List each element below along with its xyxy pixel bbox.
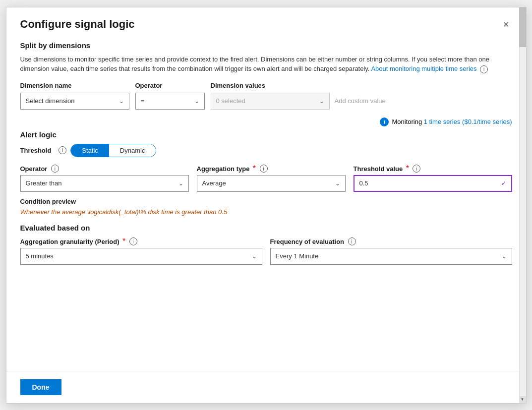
threshold-value-dropdown[interactable]: 0.5 ✓: [354, 175, 512, 192]
dialog-header: Configure signal logic ×: [6, 7, 526, 39]
scrollbar-thumb[interactable]: [519, 7, 526, 47]
aggregation-type-field-label: Aggregation type: [197, 165, 250, 173]
frequency-label-row: Frequency of evaluation i: [270, 237, 512, 246]
monitoring-multiple-series-link[interactable]: About monitoring multiple time series: [371, 65, 476, 72]
dimension-values-chevron: ⌄: [319, 98, 324, 105]
dimension-values-group: 0 selected ⌄ Add custom value: [211, 93, 391, 110]
threshold-value-field-label: Threshold value: [354, 165, 403, 173]
operator-field-label: Operator: [20, 165, 48, 173]
threshold-info-icon[interactable]: i: [59, 146, 66, 154]
configure-signal-logic-dialog: ▲ ▼ Configure signal logic × Split by di…: [6, 7, 527, 404]
static-toggle-button[interactable]: Static: [71, 144, 109, 157]
alert-logic-fields-row: Operator i Greater than ⌄ Aggregation ty…: [20, 164, 512, 192]
aggregation-type-info-icon[interactable]: i: [260, 165, 268, 173]
aggregation-granularity-label-row: Aggregation granularity (Period) * i: [20, 237, 262, 246]
condition-preview-text: Whenever the average \logicaldisk(_total…: [20, 208, 512, 216]
aggregation-type-value: Average: [202, 179, 226, 187]
operator-field-group: Operator i Greater than ⌄: [20, 164, 189, 192]
add-custom-value-button[interactable]: Add custom value: [330, 94, 391, 108]
dialog-title: Configure signal logic: [20, 18, 135, 31]
threshold-value-field-group: Threshold value * i 0.5 ✓: [354, 164, 512, 192]
dynamic-toggle-button[interactable]: Dynamic: [109, 144, 156, 157]
monitoring-info-row: i Monitoring 1 time series ($0.1/time se…: [20, 117, 512, 126]
frequency-value: Every 1 Minute: [276, 252, 319, 260]
aggregation-type-label-row: Aggregation type * i: [197, 164, 346, 173]
threshold-value-required: *: [406, 164, 409, 173]
condition-preview-section: Condition preview Whenever the average \…: [20, 198, 512, 216]
aggregation-granularity-label: Aggregation granularity (Period): [20, 238, 119, 245]
aggregation-granularity-value: 5 minutes: [26, 252, 54, 260]
operator-col-label: Operator: [135, 82, 163, 89]
scrollbar-track[interactable]: ▲ ▼: [519, 7, 526, 403]
threshold-value-input: 0.5: [359, 179, 368, 187]
dimension-input-row: Select dimension ⌄ = ⌄ 0 selected ⌄ Add: [20, 93, 512, 110]
evaluated-based-on-title: Evaluated based on: [20, 224, 512, 232]
threshold-toggle-group: Static Dynamic: [70, 144, 156, 157]
done-button[interactable]: Done: [20, 379, 61, 395]
operator-value: =: [141, 97, 145, 105]
dimension-name-col-label: Dimension name: [20, 82, 72, 89]
threshold-value-check: ✓: [501, 180, 506, 187]
dimension-columns-header: Dimension name Operator Dimension values: [20, 81, 512, 90]
frequency-dropdown[interactable]: Every 1 Minute ⌄: [270, 248, 512, 265]
info-icon-dimensions[interactable]: i: [480, 65, 488, 73]
aggregation-granularity-dropdown[interactable]: 5 minutes ⌄: [20, 248, 262, 265]
frequency-field-group: Frequency of evaluation i Every 1 Minute…: [270, 237, 512, 265]
operator-chevron: ⌄: [194, 98, 199, 105]
scrollbar-arrow-down[interactable]: ▼: [519, 396, 526, 403]
operator-dropdown-wrapper: = ⌄: [135, 93, 205, 110]
aggregation-type-dropdown[interactable]: Average ⌄: [197, 175, 346, 192]
frequency-chevron: ⌄: [502, 253, 507, 260]
dialog-body: Split by dimensions Use dimensions to mo…: [6, 39, 526, 371]
dimension-name-dropdown-wrapper: Select dimension ⌄: [20, 93, 129, 110]
aggregation-type-required: *: [253, 164, 256, 173]
monitoring-time-series-link[interactable]: 1 time series ($0.1/time series): [424, 118, 512, 125]
evaluated-based-on-section: Evaluated based on Aggregation granulari…: [20, 224, 512, 265]
aggregation-granularity-field-group: Aggregation granularity (Period) * i 5 m…: [20, 237, 262, 265]
frequency-info-icon[interactable]: i: [348, 237, 356, 245]
operator-dropdown[interactable]: = ⌄: [135, 93, 205, 110]
dimension-name-value: Select dimension: [26, 97, 75, 105]
alert-operator-value: Greater than: [26, 179, 62, 187]
operator-field-label-row: Operator i: [20, 164, 189, 173]
aggregation-type-field-group: Aggregation type * i Average ⌄: [197, 164, 346, 192]
monitoring-info-text: Monitoring 1 time series ($0.1/time seri…: [392, 118, 512, 125]
threshold-value-label-row: Threshold value * i: [354, 164, 512, 173]
operator-field-info-icon[interactable]: i: [51, 165, 59, 173]
monitoring-info-icon: i: [380, 117, 389, 126]
dimensions-info-text: Use dimensions to monitor specific time …: [20, 55, 512, 74]
close-button[interactable]: ×: [500, 17, 512, 31]
aggregation-granularity-chevron: ⌄: [252, 253, 257, 260]
threshold-value-info-icon[interactable]: i: [413, 165, 420, 173]
dimension-values-col-label: Dimension values: [211, 82, 266, 89]
aggregation-type-chevron: ⌄: [335, 180, 340, 187]
threshold-label: Threshold: [20, 147, 52, 154]
split-by-dimensions-section: Split by dimensions Use dimensions to mo…: [20, 41, 512, 110]
dimension-name-chevron: ⌄: [119, 98, 124, 105]
alert-logic-title: Alert logic: [20, 130, 512, 139]
split-by-dimensions-title: Split by dimensions: [20, 41, 512, 50]
frequency-label: Frequency of evaluation: [270, 238, 345, 245]
dialog-footer: Done: [6, 371, 526, 403]
alert-operator-dropdown[interactable]: Greater than ⌄: [20, 175, 189, 192]
alert-operator-chevron: ⌄: [178, 180, 183, 187]
alert-logic-section: Alert logic Threshold i Static Dynamic O…: [20, 130, 512, 216]
dimension-values-dropdown[interactable]: 0 selected ⌄: [211, 93, 330, 110]
aggregation-granularity-info-icon[interactable]: i: [129, 237, 137, 245]
evaluated-fields-row: Aggregation granularity (Period) * i 5 m…: [20, 237, 512, 265]
aggregation-granularity-required: *: [122, 237, 125, 245]
condition-preview-label: Condition preview: [20, 198, 512, 205]
threshold-row: Threshold i Static Dynamic: [20, 144, 512, 157]
dimension-name-dropdown[interactable]: Select dimension ⌄: [20, 93, 129, 110]
dimension-values-value: 0 selected: [216, 97, 245, 105]
